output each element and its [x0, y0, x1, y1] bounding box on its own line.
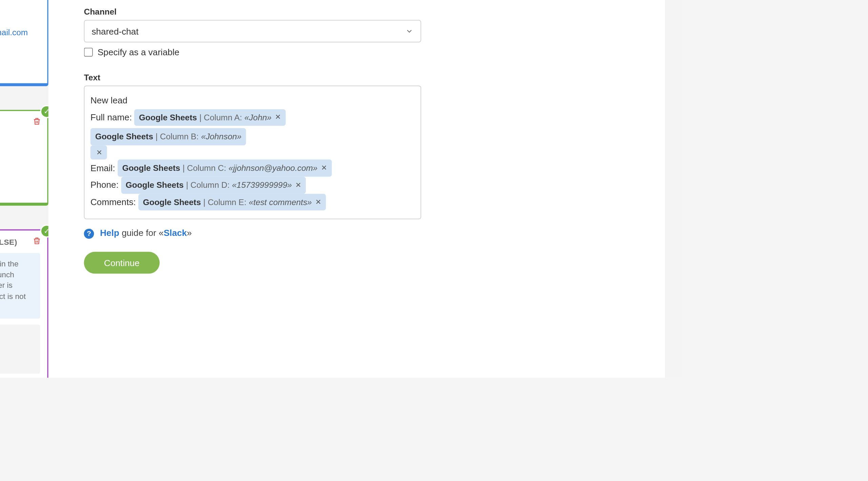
- field-chip[interactable]: Google Sheets | Column A: «John» ✕: [134, 109, 286, 126]
- delete-icon[interactable]: [33, 236, 41, 245]
- specify-variable-label: Specify as a variable: [98, 47, 180, 57]
- field-chip[interactable]: Google Sheets | Column D: «15739999999» …: [121, 177, 306, 194]
- chip-remove-icon[interactable]: ✕: [91, 145, 107, 160]
- help-icon: ?: [84, 228, 94, 239]
- channel-label: Channel: [84, 7, 653, 16]
- success-badge-icon: ✓: [40, 105, 48, 118]
- conditional-logic-card: ✓ 3CONDITIONAL LOGIC (IF/ELSE) This cond…: [0, 229, 48, 378]
- data-source-card: 1 DATA SOURCE SystemGoogle Sheets Action…: [0, 0, 48, 86]
- right-column: Editing settings Channel shared-chat Spe…: [48, 0, 665, 378]
- left-column: 1 DATA SOURCE SystemGoogle Sheets Action…: [0, 0, 48, 378]
- text-label: Text: [84, 73, 653, 82]
- continue-button[interactable]: Continue: [84, 252, 160, 274]
- field-chip[interactable]: Google Sheets | Column B: «Johnson»: [91, 128, 246, 145]
- field-chip[interactable]: Google Sheets | Column E: «test comments…: [138, 194, 326, 211]
- chevron-down-icon: [405, 27, 413, 35]
- channel-select[interactable]: shared-chat: [84, 20, 421, 42]
- source-access-link[interactable]: maverickandrii@gmail.com: [0, 26, 28, 39]
- field-chip[interactable]: Google Sheets | Column C: «jjohnson@yaho…: [117, 160, 332, 177]
- help-link[interactable]: ? Help guide for «Slack»: [84, 228, 653, 239]
- chip-remove-icon[interactable]: ✕: [275, 111, 281, 124]
- chip-remove-icon[interactable]: ✕: [295, 178, 301, 192]
- channel-value: shared-chat: [92, 26, 138, 36]
- text-editor[interactable]: New lead Full name: Google Sheets | Colu…: [84, 85, 421, 219]
- condition-note: This condition will be triggered if in t…: [0, 253, 40, 319]
- data-destination-card: ✓ 2DATA DESTINATION SystemHelpCrunch Act…: [0, 110, 48, 206]
- success-badge-icon: ✓: [40, 225, 48, 238]
- delete-icon[interactable]: [33, 117, 41, 126]
- specify-variable-checkbox[interactable]: [84, 48, 93, 57]
- chip-remove-icon[interactable]: ✕: [315, 195, 321, 209]
- chip-remove-icon[interactable]: ✕: [321, 161, 327, 175]
